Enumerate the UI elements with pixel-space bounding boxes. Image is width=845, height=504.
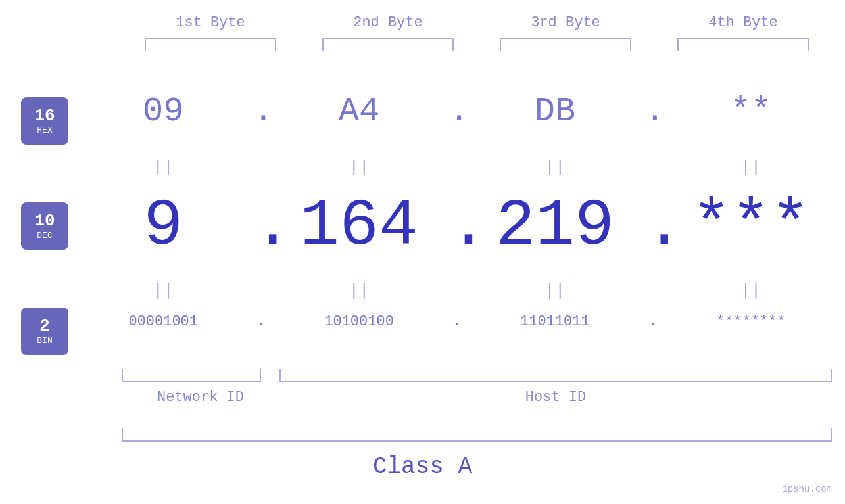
badge-bin: 2 BIN xyxy=(21,308,68,355)
hex-value-1: 09 xyxy=(97,92,229,131)
badge-dec-label: DEC xyxy=(37,231,52,241)
eq2-3: || xyxy=(489,281,621,301)
bin-value-2: 10100100 xyxy=(293,313,425,330)
bin-row: 00001001 . 10100100 . 11011011 . *******… xyxy=(85,313,829,330)
top-brackets-row xyxy=(122,38,832,51)
hex-value-2: A4 xyxy=(293,92,425,131)
bin-value-3: 11011011 xyxy=(489,313,621,330)
id-labels-row: Network ID Host ID xyxy=(122,389,832,405)
hex-sep-3: . xyxy=(644,92,661,131)
hex-sep-1: . xyxy=(253,92,270,131)
equals-row-2: || || || || xyxy=(85,281,829,301)
eq2-2: || xyxy=(293,281,425,301)
dec-sep-1: . xyxy=(253,189,270,263)
dec-value-3: 219 xyxy=(489,189,621,263)
bin-sep-1: . xyxy=(253,313,270,330)
dec-sep-2: . xyxy=(448,189,465,263)
badge-bin-number: 2 xyxy=(39,317,50,334)
badge-dec: 10 DEC xyxy=(21,202,68,250)
badge-dec-number: 10 xyxy=(34,212,55,229)
bottom-brackets-row xyxy=(122,369,832,382)
eq1-4: || xyxy=(685,158,817,177)
full-bottom-bracket xyxy=(122,428,832,442)
class-a-text: Class A xyxy=(373,453,472,480)
bracket-bottom-host xyxy=(279,369,832,382)
hex-sep-2: . xyxy=(448,92,465,131)
eq1-2: || xyxy=(293,158,425,177)
dec-value-2: 164 xyxy=(293,189,425,263)
page-layout: 1st Byte 2nd Byte 3rd Byte 4th Byte 16 H… xyxy=(0,0,845,504)
hex-value-3: DB xyxy=(489,92,621,131)
byte-headers-row: 1st Byte 2nd Byte 3rd Byte 4th Byte xyxy=(122,14,832,31)
bin-sep-2: . xyxy=(448,313,465,330)
class-label: Class A xyxy=(0,453,845,480)
badge-bin-label: BIN xyxy=(37,336,52,346)
watermark: ipshu.com xyxy=(782,484,832,494)
bin-value-1: 00001001 xyxy=(97,313,229,330)
eq1-1: || xyxy=(97,158,229,177)
eq2-1: || xyxy=(97,281,229,301)
byte-header-1: 1st Byte xyxy=(138,14,283,31)
eq1-3: || xyxy=(489,158,621,177)
bracket-top-3 xyxy=(500,38,631,51)
bracket-bottom-network xyxy=(122,369,261,382)
dec-value-1: 9 xyxy=(97,189,229,263)
bracket-top-2 xyxy=(322,38,454,51)
network-id-label: Network ID xyxy=(122,389,279,405)
dec-value-4: *** xyxy=(685,189,817,263)
byte-header-3: 3rd Byte xyxy=(493,14,638,31)
byte-header-4: 4th Byte xyxy=(671,14,815,31)
bin-value-4: ******** xyxy=(685,313,817,330)
equals-row-1: || || || || xyxy=(85,158,829,177)
badge-hex-label: HEX xyxy=(37,126,52,135)
bracket-top-4 xyxy=(677,38,809,51)
host-id-label: Host ID xyxy=(279,389,832,405)
byte-header-2: 2nd Byte xyxy=(316,14,460,31)
dec-row: 9 . 164 . 219 . *** xyxy=(85,189,829,263)
bracket-top-1 xyxy=(145,38,276,51)
dec-sep-3: . xyxy=(644,189,661,263)
hex-value-4: ** xyxy=(685,92,817,131)
badge-hex: 16 HEX xyxy=(21,97,68,145)
bin-sep-3: . xyxy=(644,313,661,330)
eq2-4: || xyxy=(685,281,817,301)
badge-hex-number: 16 xyxy=(34,107,55,124)
hex-row: 09 . A4 . DB . ** xyxy=(85,92,829,131)
